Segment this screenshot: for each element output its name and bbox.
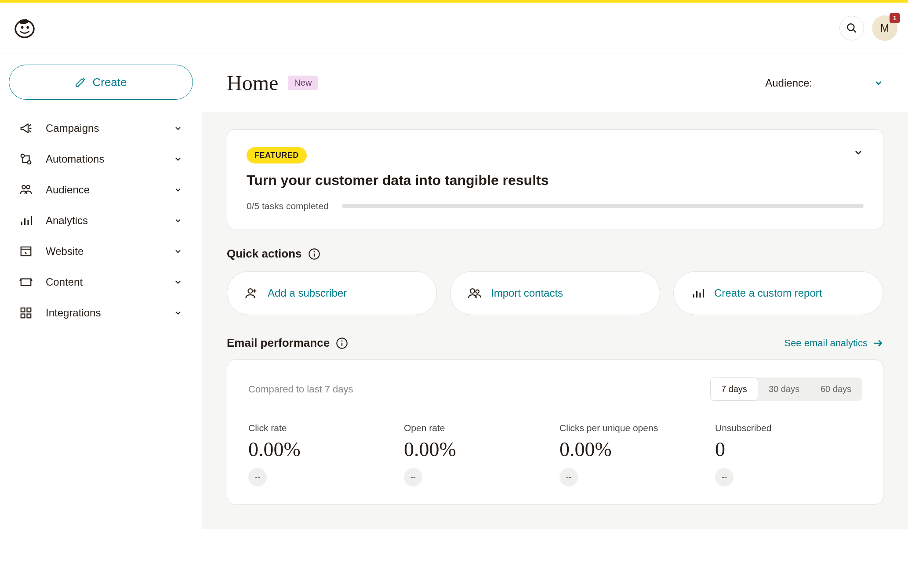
svg-rect-15 bbox=[21, 314, 25, 318]
user-avatar[interactable]: M 1 bbox=[872, 15, 897, 41]
quick-action-create-report[interactable]: Create a custom report bbox=[673, 271, 883, 315]
svg-rect-12 bbox=[21, 279, 31, 286]
nav-label: Audience bbox=[46, 184, 174, 196]
info-icon[interactable] bbox=[336, 337, 348, 349]
email-performance-header: Email performance See email analytics bbox=[227, 336, 883, 350]
metrics-row: Click rate 0.00% -- Open rate 0.00% -- C… bbox=[248, 423, 862, 486]
metric-label: Clicks per unique opens bbox=[559, 423, 706, 433]
audience-label: Audience: bbox=[765, 77, 812, 89]
progress-bar bbox=[342, 204, 864, 208]
svg-line-6 bbox=[853, 29, 856, 33]
metric-change: -- bbox=[404, 468, 422, 486]
metric-value: 0 bbox=[715, 438, 862, 461]
metric-value: 0.00% bbox=[559, 438, 706, 461]
create-button[interactable]: Create bbox=[9, 65, 193, 100]
svg-rect-16 bbox=[27, 314, 31, 318]
search-button[interactable] bbox=[839, 16, 864, 40]
chevron-down-icon bbox=[174, 155, 182, 163]
contacts-icon bbox=[468, 287, 481, 300]
metric-change: -- bbox=[715, 468, 734, 486]
nav-label: Campaigns bbox=[46, 122, 174, 134]
top-right-controls: M 1 bbox=[839, 15, 897, 41]
add-user-icon bbox=[245, 287, 258, 300]
metric-unsubscribed: Unsubscribed 0 -- bbox=[715, 423, 862, 486]
svg-point-20 bbox=[248, 289, 253, 293]
metric-open-rate: Open rate 0.00% -- bbox=[404, 423, 551, 486]
chevron-down-icon bbox=[174, 278, 182, 287]
quick-actions-header: Quick actions bbox=[227, 247, 883, 261]
metric-label: Open rate bbox=[404, 423, 551, 433]
metric-label: Click rate bbox=[248, 423, 395, 433]
svg-rect-13 bbox=[21, 308, 25, 312]
sidebar-item-audience[interactable]: Audience bbox=[9, 174, 193, 205]
sidebar-item-analytics[interactable]: Analytics bbox=[9, 205, 193, 236]
quick-action-label: Create a custom report bbox=[714, 287, 822, 299]
svg-point-8 bbox=[28, 161, 31, 164]
info-icon[interactable] bbox=[308, 248, 320, 260]
quick-action-import-contacts[interactable]: Import contacts bbox=[450, 271, 660, 315]
chevron-down-icon bbox=[174, 247, 182, 256]
audience-icon bbox=[19, 183, 33, 196]
page-header: Home New Audience: bbox=[202, 54, 908, 112]
megaphone-icon bbox=[19, 122, 33, 135]
sidebar-item-automations[interactable]: Automations bbox=[9, 144, 193, 174]
avatar-initial: M bbox=[880, 22, 889, 34]
metric-click-rate: Click rate 0.00% -- bbox=[248, 423, 395, 486]
svg-rect-14 bbox=[27, 308, 31, 312]
nav-label: Analytics bbox=[46, 214, 174, 227]
sidebar-item-content[interactable]: Content bbox=[9, 267, 193, 298]
svg-point-7 bbox=[21, 154, 25, 158]
bar-chart-icon bbox=[19, 214, 33, 227]
metric-clicks-unique: Clicks per unique opens 0.00% -- bbox=[559, 423, 706, 486]
nav-label: Website bbox=[46, 245, 174, 258]
chevron-down-icon bbox=[174, 216, 182, 225]
metric-change: -- bbox=[559, 468, 578, 486]
section-title: Email performance bbox=[227, 336, 330, 350]
section-title: Quick actions bbox=[227, 247, 302, 261]
nav-label: Automations bbox=[46, 153, 174, 165]
sidebar-item-website[interactable]: Website bbox=[9, 236, 193, 267]
new-badge: New bbox=[288, 76, 318, 90]
notification-badge: 1 bbox=[890, 13, 900, 23]
see-link-label: See email analytics bbox=[784, 338, 868, 349]
featured-expand-button[interactable] bbox=[853, 147, 864, 158]
metric-label: Unsubscribed bbox=[715, 423, 862, 433]
automation-icon bbox=[19, 152, 33, 166]
svg-point-2 bbox=[21, 26, 23, 29]
svg-rect-11 bbox=[21, 247, 31, 256]
page-title: Home bbox=[227, 71, 278, 95]
featured-title: Turn your customer data into tangible re… bbox=[247, 172, 864, 189]
content-icon bbox=[19, 276, 33, 289]
svg-point-22 bbox=[476, 290, 479, 294]
metric-value: 0.00% bbox=[404, 438, 551, 461]
metric-value: 0.00% bbox=[248, 438, 395, 461]
period-60days[interactable]: 60 days bbox=[810, 377, 862, 401]
report-chart-icon bbox=[691, 287, 705, 300]
svg-point-21 bbox=[470, 289, 475, 293]
quick-actions-row: Add a subscriber Import contacts Create … bbox=[227, 271, 883, 315]
chevron-down-icon bbox=[874, 78, 883, 88]
sidebar-item-integrations[interactable]: Integrations bbox=[9, 298, 193, 328]
chevron-down-icon bbox=[174, 124, 182, 133]
chevron-down-icon bbox=[174, 309, 182, 317]
chevron-down-icon bbox=[174, 185, 182, 194]
svg-point-10 bbox=[26, 185, 30, 189]
main-content: Home New Audience: FEATURED Turn your cu… bbox=[202, 54, 908, 588]
progress-text: 0/5 tasks completed bbox=[247, 201, 329, 211]
svg-point-3 bbox=[26, 26, 29, 29]
mailchimp-logo[interactable] bbox=[12, 16, 37, 40]
period-30days[interactable]: 30 days bbox=[758, 377, 810, 401]
audience-selector[interactable]: Audience: bbox=[765, 77, 883, 89]
metric-change: -- bbox=[248, 468, 267, 486]
create-label: Create bbox=[92, 76, 127, 89]
pencil-icon bbox=[75, 76, 86, 88]
grid-icon bbox=[19, 306, 33, 319]
top-header: M 1 bbox=[0, 3, 908, 54]
sidebar-item-campaigns[interactable]: Campaigns bbox=[9, 113, 193, 144]
quick-action-label: Add a subscriber bbox=[268, 287, 347, 299]
see-email-analytics-link[interactable]: See email analytics bbox=[784, 338, 883, 349]
nav-label: Content bbox=[46, 276, 174, 288]
quick-action-add-subscriber[interactable]: Add a subscriber bbox=[227, 271, 437, 315]
period-7days[interactable]: 7 days bbox=[710, 377, 758, 401]
compared-text: Compared to last 7 days bbox=[248, 384, 353, 395]
